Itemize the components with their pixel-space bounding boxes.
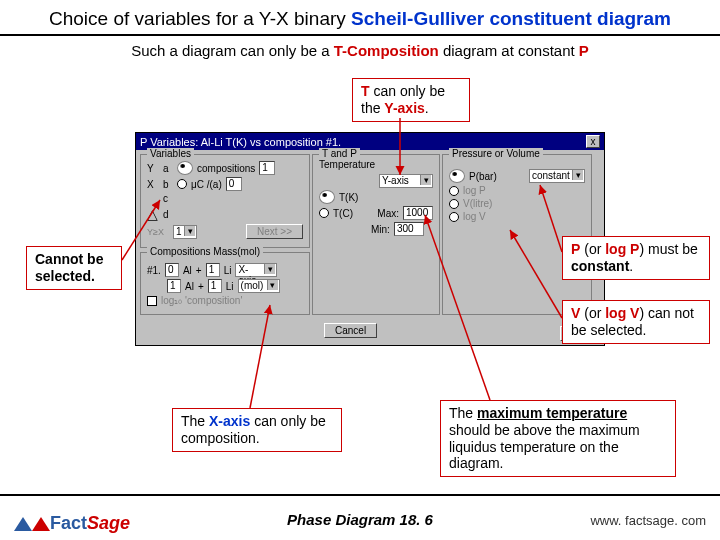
footer: FactSage Phase Diagram 18. 6 www. factsa… xyxy=(0,494,720,540)
a-label: a xyxy=(163,163,173,174)
tc-label: T(C) xyxy=(333,208,353,219)
li-label: Li xyxy=(224,265,232,276)
callout-t-yaxis: T can only be the Y-axis. xyxy=(352,78,470,122)
t-yaxis: Y-axis xyxy=(384,100,424,116)
cannot-1: Cannot be xyxy=(35,251,103,267)
compositions-count[interactable]: 1 xyxy=(259,161,275,175)
tk-label: T(K) xyxy=(339,192,358,203)
title-highlight: Scheil-Gulliver constituent diagram xyxy=(351,8,671,29)
callout-p: P (or log P) must be constant. xyxy=(562,236,710,280)
t-dot: . xyxy=(425,100,429,116)
subtitle: Such a diagram can only be a T-Compositi… xyxy=(0,36,720,63)
al-label-2: Al xyxy=(185,281,194,292)
subtitle-a: Such a diagram can only be a xyxy=(131,42,334,59)
coef-li[interactable]: 1 xyxy=(206,263,220,277)
variables-dialog: P Variables: Al-Li T(K) vs composition #… xyxy=(135,132,605,346)
t-red: T xyxy=(361,83,370,99)
max-input[interactable]: 1000 xyxy=(403,206,433,220)
radio-pbar[interactable] xyxy=(449,169,465,183)
compositions-group-title: Compositions Mass(mol) xyxy=(147,246,263,257)
yx-select[interactable]: 1 xyxy=(173,225,197,239)
cancel-button[interactable]: Cancel xyxy=(324,323,377,338)
title-prefix: Choice of variables for a Y-X binary xyxy=(49,8,351,29)
mu-count[interactable]: 0 xyxy=(226,177,242,191)
p3: log P xyxy=(605,241,639,257)
x1: The xyxy=(181,413,209,429)
p4: ) must be xyxy=(639,241,697,257)
p6: . xyxy=(629,258,633,274)
log-composition-label: log₁₀ 'composition' xyxy=(161,295,242,306)
li-label-2: Li xyxy=(226,281,234,292)
coef-al[interactable]: 0 xyxy=(165,263,179,277)
radio-logp[interactable] xyxy=(449,186,459,196)
x-label: X xyxy=(147,179,159,190)
dialog-title: P Variables: Al-Li T(K) vs composition #… xyxy=(140,136,341,148)
min-label: Min: xyxy=(371,224,390,235)
coef2-al[interactable]: 1 xyxy=(167,279,181,293)
m3: should be above the maximum liquidus tem… xyxy=(449,422,640,472)
close-icon[interactable]: x xyxy=(586,135,600,148)
max-label: Max: xyxy=(377,208,399,219)
radio-tk[interactable] xyxy=(319,190,335,204)
radio-logv[interactable] xyxy=(449,212,459,222)
slide-title: Choice of variables for a Y-X binary Sch… xyxy=(0,0,720,36)
vlitre-label: V(litre) xyxy=(463,198,492,209)
min-input[interactable]: 300 xyxy=(394,222,424,236)
radio-vlitre[interactable] xyxy=(449,199,459,209)
x2: X-axis xyxy=(209,413,250,429)
p1: P xyxy=(571,241,580,257)
al-label: Al xyxy=(183,265,192,276)
temperature-label: Temperature xyxy=(319,159,433,170)
c-label: c xyxy=(163,193,173,204)
radio-compositions[interactable] xyxy=(177,161,193,175)
radio-mu[interactable] xyxy=(177,179,187,189)
p5: constant xyxy=(571,258,629,274)
pbar-label: P(bar) xyxy=(469,171,497,182)
pv-group: Pressure or Volume P(bar) constant log P… xyxy=(442,154,592,315)
pbar-mode-select[interactable]: constant xyxy=(529,169,585,183)
tp-group-title: T and P xyxy=(319,148,360,159)
compositions-label: compositions xyxy=(197,163,255,174)
v1: V xyxy=(571,305,580,321)
axis-select[interactable]: X-axis xyxy=(235,263,277,277)
subtitle-b: T-Composition xyxy=(334,42,439,59)
callout-maxtemp: The maximum temperature should be above … xyxy=(440,400,676,477)
pv-group-title: Pressure or Volume xyxy=(449,148,543,159)
subtitle-c: diagram at constant xyxy=(439,42,579,59)
v2: (or xyxy=(580,305,605,321)
mu-label: μC /(a) xyxy=(191,179,222,190)
callout-cannot: Cannot beselected. xyxy=(26,246,122,290)
row1-label: #1. xyxy=(147,265,161,276)
variables-group-title: Variables xyxy=(147,148,194,159)
plus-label-2: + xyxy=(198,281,204,292)
logv-label: log V xyxy=(463,211,486,222)
d-label: d xyxy=(163,209,173,220)
yx-label: Y≥X xyxy=(147,227,169,237)
log-composition-check[interactable] xyxy=(147,296,157,306)
temp-axis-select[interactable]: Y-axis xyxy=(379,174,433,188)
tp-group: T and P Temperature Y-axis T(K) T(C) Max… xyxy=(312,154,440,315)
plus-label: + xyxy=(196,265,202,276)
cannot-2: selected. xyxy=(35,268,95,284)
m2: maximum temperature xyxy=(477,405,627,421)
compositions-group: Compositions Mass(mol) #1. 0 Al + 1 Li X… xyxy=(140,252,310,315)
p2: (or xyxy=(580,241,605,257)
variables-group: Variables Y a compositions 1 X b μC /(a)… xyxy=(140,154,310,248)
next-button[interactable]: Next >> xyxy=(246,224,303,239)
v3: log V xyxy=(605,305,639,321)
subtitle-d: P xyxy=(579,42,589,59)
unit-select[interactable]: (mol) xyxy=(238,279,280,293)
radio-tc[interactable] xyxy=(319,208,329,218)
logp-label: log P xyxy=(463,185,486,196)
m1: The xyxy=(449,405,477,421)
callout-xaxis: The X-axis can only be composition. xyxy=(172,408,342,452)
footer-url: www. factsage. com xyxy=(590,513,706,528)
y-label: Y xyxy=(147,163,159,174)
coef2-li[interactable]: 1 xyxy=(208,279,222,293)
callout-v: V (or log V) can not be selected. xyxy=(562,300,710,344)
b-label: b xyxy=(163,179,173,190)
